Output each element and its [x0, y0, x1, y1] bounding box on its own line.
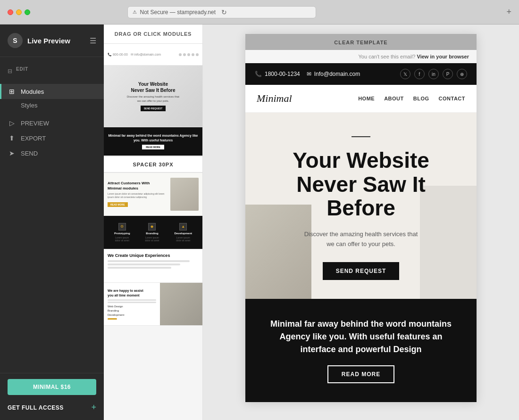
address-text: Not Secure — stampready.net — [140, 9, 216, 16]
module-socials — [179, 53, 199, 56]
traffic-lights — [8, 9, 30, 15]
modules-list: 📞 800-00-00 ✉ info@domain.com — [104, 44, 202, 420]
dark-section-title: Minimal far away behind the word mountai… — [260, 318, 462, 356]
sidebar-item-modules[interactable]: ⊞ Modules — [0, 84, 104, 99]
export-label: EXPORT — [21, 135, 46, 142]
sidebar-item-preview[interactable]: ▷ PREVIEW — [0, 115, 104, 131]
hero-divider — [352, 136, 370, 137]
email-logo: Minimal — [257, 92, 292, 105]
list-item[interactable]: 📞 800-00-00 ✉ info@domain.com — [104, 44, 202, 66]
plus-icon: + — [91, 403, 96, 412]
module-unique-lines — [108, 260, 199, 269]
email-topbar: 📞 1800-00-1234 ✉ Info@domain.com 𝕏 f in … — [245, 63, 477, 85]
minimal-pricing-button[interactable]: MINIMAL $16 — [8, 379, 96, 395]
nav-home[interactable]: HOME — [358, 96, 375, 101]
module-team-text: We are happy to assistyou all time momen… — [104, 283, 160, 325]
email-nav-links: HOME ABOUT BLOG CONTACT — [358, 96, 465, 101]
hamburger-icon[interactable]: ☰ — [90, 36, 96, 45]
nav-blog[interactable]: BLOG — [413, 96, 429, 101]
list-item[interactable]: We are happy to assistyou all time momen… — [104, 283, 202, 326]
clear-template-button[interactable]: CLEAR TEMPLATE — [334, 40, 387, 45]
module-feature-image — [170, 178, 199, 211]
list-item[interactable]: Your WebsiteNever Saw It Before Discover… — [104, 66, 202, 127]
get-full-access-row[interactable]: GET FULL ACCESS + — [8, 401, 96, 414]
edit-section-label: EDIT — [16, 66, 28, 72]
email-hero: Your Website Never Saw It Before Discove… — [245, 113, 477, 299]
reload-button[interactable]: ↻ — [221, 8, 227, 16]
clear-template-bar: CLEAR TEMPLATE — [245, 34, 477, 50]
email-browser-notice: You can't see this email? View in your b… — [245, 50, 477, 63]
spacer-label: SPACER 30PX — [133, 162, 174, 167]
app-container: S Live Preview ☰ ⊟ EDIT ⊞ Modules Styles… — [0, 25, 519, 420]
email-hero-content: Your Website Never Saw It Before Discove… — [245, 113, 477, 299]
preview-label: PREVIEW — [21, 120, 49, 127]
send-label: SEND — [21, 150, 38, 157]
module-team-image — [160, 283, 202, 325]
list-item[interactable]: SPACER 30PX — [104, 156, 202, 173]
sidebar-item-export[interactable]: ⬆ EXPORT — [0, 131, 104, 146]
module-hero-text: Your WebsiteNever Saw It Before Discover… — [127, 81, 179, 111]
modules-icon: ⊞ — [8, 88, 16, 95]
phone-icon: 📞 — [255, 71, 262, 77]
email-phone: 📞 1800-00-1234 — [255, 71, 300, 77]
lock-icon: ⚠ — [133, 9, 137, 15]
close-button[interactable] — [8, 9, 13, 15]
module-thumb-header: 📞 800-00-00 ✉ info@domain.com — [104, 44, 202, 65]
modules-panel-header: DRAG OR CLICK MODULES — [104, 25, 202, 44]
sidebar-edit-section: ⊟ EDIT — [0, 57, 104, 84]
module-icon-col: ▲ Development Lorem ipsumdolor sit amet — [174, 223, 192, 242]
preview-area: CLEAR TEMPLATE You can't see this email?… — [203, 25, 519, 420]
module-unique-title: We Create Unique Experiences — [108, 253, 199, 258]
email-social-links: 𝕏 f in P ⊕ — [400, 69, 467, 79]
pinterest-link[interactable]: P — [443, 69, 453, 79]
email-email: ✉ Info@domain.com — [307, 71, 360, 77]
browser-chrome: ⚠ Not Secure — stampready.net ↻ + — [0, 0, 519, 25]
module-icon-col: ⚙ Prototyping Lorem ipsumdolor sit amet — [114, 223, 130, 242]
email-icon: ✉ — [307, 71, 311, 77]
maximize-button[interactable] — [25, 9, 30, 15]
email-dark-section: Minimal far away behind the word mountai… — [245, 299, 477, 402]
instagram-link[interactable]: ⊕ — [457, 69, 467, 79]
email-navbar: Minimal HOME ABOUT BLOG CONTACT — [245, 85, 477, 113]
hero-cta-button[interactable]: SEND REQUEST — [323, 262, 400, 280]
modules-panel: DRAG OR CLICK MODULES 📞 800-00-00 ✉ info… — [104, 25, 203, 420]
sidebar-item-send[interactable]: ➤ SEND — [0, 146, 104, 161]
sidebar-bottom: MINIMAL $16 GET FULL ACCESS + — [0, 373, 104, 420]
sidebar-header: S Live Preview ☰ — [0, 25, 104, 57]
modules-label: Modules — [21, 88, 44, 95]
linkedin-link[interactable]: in — [428, 69, 439, 79]
address-bar[interactable]: ⚠ Not Secure — stampready.net ↻ — [127, 6, 316, 18]
hero-title: Your Website Never Saw It Before — [264, 148, 458, 220]
list-item[interactable]: We Create Unique Experiences — [104, 249, 202, 283]
send-icon: ➤ — [8, 149, 16, 157]
edit-label-row: ⊟ EDIT — [8, 64, 96, 81]
twitter-link[interactable]: 𝕏 — [400, 69, 410, 79]
get-full-access-label: GET FULL ACCESS — [8, 404, 64, 411]
sidebar-item-styles[interactable]: Styles — [0, 99, 104, 112]
email-topbar-left: 📞 1800-00-1234 ✉ Info@domain.com — [255, 71, 360, 77]
email-template: CLEAR TEMPLATE You can't see this email?… — [245, 34, 477, 402]
nav-about[interactable]: ABOUT — [384, 96, 404, 101]
export-icon: ⬆ — [8, 134, 16, 142]
sidebar-logo: S — [8, 33, 23, 48]
dark-section-cta-button[interactable]: READ MORE — [327, 365, 394, 383]
module-icon-col: ◆ Branding Lorem ipsumdolor sit amet — [145, 223, 159, 242]
view-in-browser-link[interactable]: View in your browser — [417, 54, 469, 59]
list-item[interactable]: ⚙ Prototyping Lorem ipsumdolor sit amet … — [104, 216, 202, 249]
module-feature-left: Attract Customers WithMinimal modules Lo… — [108, 181, 170, 207]
sidebar: S Live Preview ☰ ⊟ EDIT ⊞ Modules Styles… — [0, 25, 104, 420]
minimize-button[interactable] — [16, 9, 22, 15]
nav-contact[interactable]: CONTACT — [439, 96, 465, 101]
module-text: 📞 800-00-00 ✉ info@domain.com — [108, 53, 161, 57]
preview-icon: ▷ — [8, 119, 16, 127]
facebook-link[interactable]: f — [414, 69, 425, 79]
list-item[interactable]: Attract Customers WithMinimal modules Lo… — [104, 173, 202, 216]
list-item[interactable]: Minimal far away behind the word mountai… — [104, 127, 202, 156]
sidebar-title: Live Preview — [27, 37, 85, 45]
hero-subtitle: Discover the amazing health services tha… — [264, 230, 458, 249]
module-dark-text: Minimal far away behind the word mountai… — [107, 133, 200, 143]
new-tab-button[interactable]: + — [506, 7, 511, 17]
